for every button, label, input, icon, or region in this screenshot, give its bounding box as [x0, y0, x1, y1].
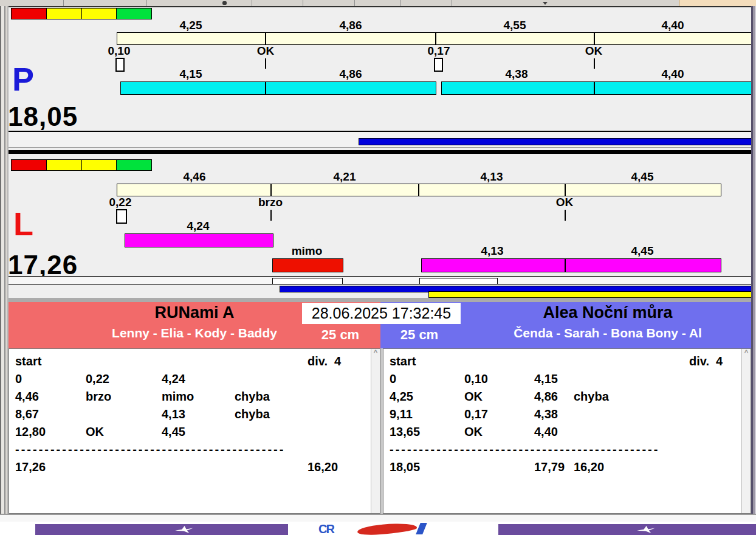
- toolbar-glyph: [222, 1, 227, 5]
- light-red-icon: [12, 9, 47, 19]
- table-cell: 0,17: [464, 407, 534, 421]
- toolbar-strip[interactable]: [0, 0, 756, 7]
- table-row: 4,46brzomimochyba: [15, 388, 370, 406]
- lane-total-p: 18,05: [8, 103, 78, 130]
- table-cell: 17,79: [534, 460, 574, 474]
- bird-icon: [637, 526, 655, 533]
- light-green-icon: [117, 9, 151, 19]
- ref-split-label: 4,21: [308, 170, 381, 184]
- toolbar-tan-panel: [679, 0, 756, 6]
- ref-split-label: 4,40: [636, 19, 709, 32]
- table-cell: start: [15, 354, 86, 368]
- table-row: 13,65OK4,40: [390, 423, 741, 441]
- ref-split-label: 4,25: [154, 19, 227, 32]
- rerun-slot: [272, 278, 343, 285]
- table-cell: mimo: [162, 390, 235, 404]
- lane-divider: [9, 150, 752, 154]
- team-left-height: 25 cm: [311, 327, 369, 343]
- table-row: 00,224,24: [15, 370, 370, 388]
- progress-bar-blue-p: [359, 138, 753, 145]
- table-cell: 4,40: [534, 425, 574, 439]
- table-cell: 16,20: [308, 460, 370, 474]
- table-cell: div. 4: [689, 354, 741, 368]
- toolbar-divider: [452, 0, 452, 6]
- change-window-marker: [116, 209, 127, 224]
- run-split-label: 4,24: [162, 219, 235, 233]
- toolbar-divider: [63, 0, 64, 6]
- table-row: ----------------------------------------…: [390, 441, 741, 458]
- table-cell: OK: [464, 390, 534, 404]
- table-row: 9,110,174,38: [390, 406, 741, 423]
- change-tick: [594, 58, 595, 69]
- ref-split-label: 4,55: [478, 19, 551, 32]
- toolbar-divider: [146, 0, 147, 6]
- flyball-timing-window: 4,25 4,86 4,55 4,40 0,10 OK 0,17 OK 4,15…: [0, 0, 756, 535]
- table-cell: 4,45: [162, 425, 235, 439]
- progress-bar-yellow-l: [428, 291, 753, 298]
- table-cell: 4,24: [162, 372, 235, 386]
- scrollbar[interactable]: ^: [741, 349, 751, 513]
- scroll-up-icon[interactable]: ^: [371, 349, 380, 357]
- logo-slash-icon: [416, 523, 427, 534]
- segment-divider: [594, 33, 595, 44]
- toolbar-divider: [400, 0, 401, 6]
- lane-letter-l: L: [13, 207, 33, 240]
- change-mark-label: 0,17: [402, 44, 475, 58]
- change-tick: [270, 210, 272, 221]
- reference-bar-p: [117, 32, 753, 45]
- run-bar-l-2: [421, 258, 721, 272]
- lane-total-l: 17,26: [8, 252, 78, 278]
- change-window-marker: [434, 58, 443, 72]
- table-cell: 0: [390, 372, 464, 386]
- table-row: 00,104,15: [390, 370, 741, 388]
- ref-split-label: 4,86: [314, 19, 387, 32]
- table-cell: chyba: [235, 390, 308, 404]
- segment-divider: [594, 82, 595, 94]
- scrollbar[interactable]: ^: [371, 349, 380, 513]
- ref-split-label: 4,13: [455, 170, 528, 184]
- reference-bar-l: [117, 184, 721, 196]
- table-cell: OK: [464, 425, 534, 439]
- progress-strip-p: [9, 131, 752, 148]
- table-cell: 4,46: [15, 390, 86, 404]
- table-cell: chyba: [235, 407, 308, 421]
- table-cell: start: [390, 354, 464, 368]
- table-cell: 4,86: [534, 390, 574, 404]
- segment-divider: [265, 82, 266, 94]
- change-mark-label: OK: [229, 44, 302, 58]
- banner-bar: [498, 524, 756, 535]
- table-cell: OK: [86, 425, 162, 439]
- change-tick: [565, 210, 566, 221]
- team-right-name: Alea Noční můra: [465, 303, 751, 322]
- change-tick: [265, 58, 266, 69]
- table-cell: 17,26: [15, 460, 86, 474]
- datetime-display: 28.06.2025 17:32:45: [302, 303, 461, 324]
- table-cell: ----------------------------------------…: [15, 443, 86, 457]
- table-row: ----------------------------------------…: [15, 441, 370, 458]
- start-lights-l: [11, 159, 152, 171]
- change-mark-label: OK: [557, 44, 630, 58]
- segment-divider: [418, 184, 419, 196]
- light-yellow-icon: [47, 160, 82, 170]
- team-right-members: Čenda - Sarah - Bona Bony - Al: [468, 326, 747, 340]
- scroll-up-icon[interactable]: ^: [742, 349, 751, 357]
- run-split-label: 4,40: [636, 67, 709, 81]
- change-mark-label: OK: [528, 196, 601, 209]
- window-bottom-edge: [0, 514, 756, 522]
- run-split-label: 4,38: [480, 67, 553, 81]
- rerun-slot: [419, 278, 498, 285]
- table-cell: ----------------------------------------…: [390, 443, 464, 457]
- change-window-marker: [115, 58, 125, 72]
- toolbar-divider: [303, 0, 303, 6]
- segment-divider: [435, 33, 436, 44]
- table-cell: 13,65: [390, 425, 464, 439]
- table-cell: 0: [15, 372, 86, 386]
- table-row: 18,0517,7916,20: [390, 458, 741, 476]
- table-cell: chyba: [574, 390, 689, 404]
- table-cell: 4,13: [162, 407, 235, 421]
- table-row: startdiv. 4: [15, 353, 370, 370]
- table-cell: 0,10: [464, 372, 534, 386]
- chevron-down-icon[interactable]: [543, 2, 548, 5]
- segment-divider: [270, 184, 272, 196]
- run-mark-label: 4,45: [606, 244, 679, 258]
